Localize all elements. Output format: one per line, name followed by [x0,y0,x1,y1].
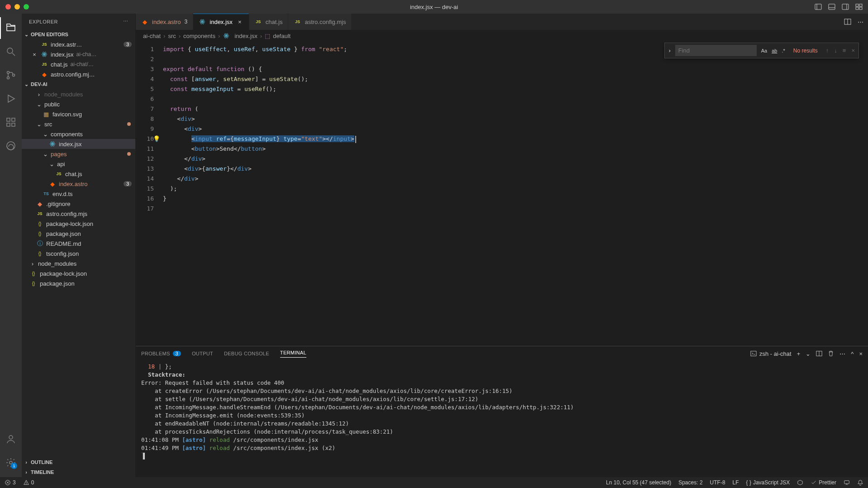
sb-warnings[interactable]: 0 [23,479,34,486]
terminal-more-icon[interactable]: ⋯ [839,350,845,357]
find-next-icon[interactable]: ↓ [832,46,839,55]
tree-file[interactable]: {}package.json [22,229,135,239]
terminal-output[interactable]: 18 | }; Stacktrace:Error: Request failed… [136,361,868,477]
close-panel-icon[interactable]: × [859,350,863,357]
breadcrumb-item[interactable]: index.jsx [234,33,258,39]
split-terminal-icon[interactable] [816,350,822,357]
tree-folder[interactable]: ›node_modules [22,89,135,99]
tree-folder[interactable]: ⌄api [22,159,135,169]
modified-dot-icon [127,152,131,156]
source-control-activity-icon[interactable] [0,64,22,86]
tree-file[interactable]: ◆.gitignore [22,199,135,209]
maximize-window-button[interactable] [24,4,29,10]
open-editor-item[interactable]: JSindex.astr…3 [22,39,135,49]
kill-terminal-icon[interactable] [828,350,834,357]
find-expand-icon[interactable]: › [667,47,672,54]
match-case-icon[interactable]: Aa [759,47,769,54]
explorer-more-icon[interactable]: ⋯ [123,19,129,24]
tree-file[interactable]: {}package-lock.json [22,219,135,229]
sb-spaces[interactable]: Spaces: 2 [678,479,702,486]
sb-cursor[interactable]: Ln 10, Col 55 (47 selected) [606,479,671,486]
tree-file[interactable]: {}package.json [22,278,135,288]
settings-activity-icon[interactable]: 1 [0,452,22,474]
tree-file[interactable]: {}package-lock.json [22,268,135,278]
search-activity-icon[interactable] [0,41,22,62]
sb-prettier[interactable]: Prettier [811,479,836,486]
tree-folder[interactable]: ⌄components [22,129,135,139]
edge-tools-activity-icon[interactable] [0,135,22,157]
tree-file[interactable]: {}tsconfig.json [22,249,135,258]
sb-errors[interactable]: 3 [5,479,16,486]
astro-icon: ◆ [141,18,148,25]
output-tab[interactable]: OUTPUT [192,351,213,356]
editor-tab[interactable]: index.jsx× [193,14,249,30]
more-actions-icon[interactable]: ⋯ [858,19,863,25]
tree-file[interactable]: TSenv.d.ts [22,189,135,199]
outline-section[interactable]: › OUTLINE [22,457,135,467]
svg-marker-15 [8,95,14,102]
minimize-window-button[interactable] [14,4,20,10]
toggle-secondary-sidebar-icon[interactable] [842,3,849,10]
sb-feedback-icon[interactable] [844,479,850,486]
find-selection-icon[interactable]: ≡ [841,46,848,55]
debug-console-tab[interactable]: DEBUG CONSOLE [224,351,269,356]
breadcrumb-item[interactable]: default [273,33,291,39]
close-tab-icon[interactable]: × [236,19,243,25]
code-content[interactable]: import { useEffect, useRef, useState } f… [163,42,868,346]
git-icon: ◆ [36,200,43,207]
open-editor-item[interactable]: ◆astro.config.mj… [22,69,135,79]
editor-tab[interactable]: ◆index.astro3 [136,14,193,30]
problems-badge: 3 [124,181,132,187]
run-debug-activity-icon[interactable] [0,88,22,110]
sb-language[interactable]: { }JavaScript JSX [746,479,790,486]
tree-file[interactable]: index.jsx [22,139,135,149]
accounts-activity-icon[interactable] [0,428,22,450]
close-window-button[interactable] [5,4,11,10]
find-close-icon[interactable]: × [849,46,857,55]
customize-layout-icon[interactable] [855,3,863,10]
toggle-panel-icon[interactable] [828,3,835,10]
breadcrumb-item[interactable]: ai-chat [143,33,161,39]
code-editor[interactable]: 1234567891011121314151617 import { useEf… [136,42,868,346]
sb-encoding[interactable]: UTF-8 [710,479,725,486]
tree-folder[interactable]: ⌄public [22,99,135,109]
open-editor-item[interactable]: JSchat.js ai-chat/… [22,59,135,69]
explorer-activity-icon[interactable] [0,17,22,39]
find-input[interactable] [675,45,757,56]
problems-tab[interactable]: PROBLEMS 3 [141,351,181,356]
toggle-primary-sidebar-icon[interactable] [815,3,822,10]
terminal-dropdown-icon[interactable]: ⌄ [806,350,811,357]
tree-folder[interactable]: ›node_modules [22,258,135,268]
open-editors-section[interactable]: ⌄ OPEN EDITORS [22,29,135,39]
tree-file[interactable]: ⓘREADME.md [22,239,135,249]
sb-eol[interactable]: LF [733,479,739,486]
lightbulb-icon[interactable]: 💡 [153,134,160,144]
split-editor-icon[interactable] [844,18,851,25]
breadcrumb-item[interactable]: src [168,33,176,39]
tree-folder[interactable]: ⌄src [22,119,135,129]
find-prev-icon[interactable]: ↑ [824,46,831,55]
editor-tab[interactable]: JSastro.config.mjs [288,14,352,30]
terminal-launch-profile[interactable]: zsh - ai-chat [750,350,792,357]
new-terminal-icon[interactable]: + [797,350,801,357]
terminal-tab[interactable]: TERMINAL [280,350,306,358]
extensions-activity-icon[interactable] [0,111,22,133]
tree-folder[interactable]: ⌄pages [22,149,135,159]
editor-tab[interactable]: JSchat.js [249,14,289,30]
tree-file[interactable]: JSastro.config.mjs [22,209,135,219]
close-editor-icon[interactable]: × [31,51,38,58]
sb-bell-icon[interactable] [857,479,863,486]
tree-file[interactable]: ▦favicon.svg [22,109,135,119]
maximize-panel-icon[interactable]: ^ [851,350,854,357]
open-editor-item[interactable]: ×index.jsx ai-cha… [22,49,135,59]
tree-file[interactable]: JSchat.js [22,169,135,179]
breadcrumb-item[interactable]: components [183,33,215,39]
match-whole-word-icon[interactable]: ab [770,47,779,54]
tree-file[interactable]: ◆index.astro3 [22,179,135,189]
timeline-section[interactable]: › TIMELINE [22,467,135,477]
breadcrumb[interactable]: ai-chat›src›components›index.jsx›⬚ defau… [136,30,868,42]
js-icon: JS [41,61,48,68]
regex-icon[interactable]: .* [780,47,787,54]
sb-eslint-icon[interactable] [797,479,803,486]
project-section[interactable]: ⌄ DEV-AI [22,79,135,89]
